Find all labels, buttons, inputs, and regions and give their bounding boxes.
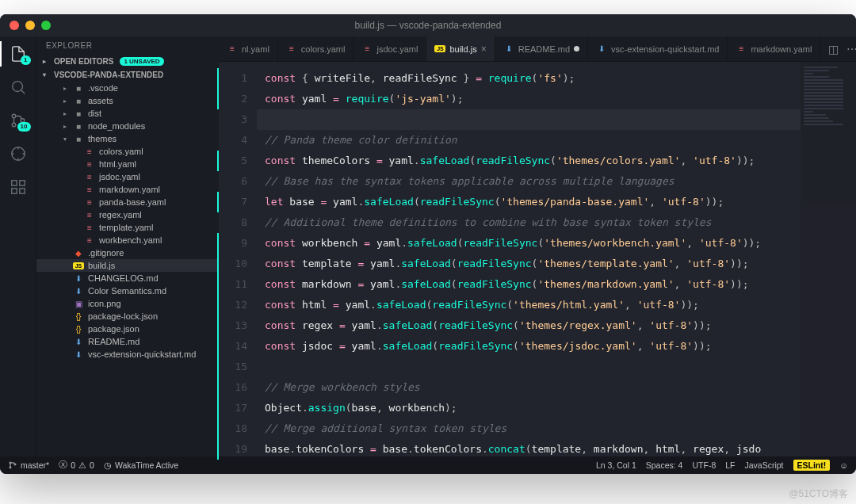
tree-item[interactable]: ≡html.yaml: [36, 158, 219, 170]
titlebar: build.js — vscode-panda-extended: [0, 14, 856, 36]
git-branch[interactable]: master*: [8, 460, 49, 470]
yaml-icon: ≡: [736, 44, 747, 53]
json-icon: {}: [73, 325, 84, 334]
code-line[interactable]: base.tokenColors = base.tokenColors.conc…: [257, 439, 801, 456]
project-header[interactable]: ▾ VSCODE-PANDA-EXTENDED: [36, 68, 219, 82]
tree-item[interactable]: ▾■themes: [36, 132, 219, 145]
js-icon: JS: [434, 45, 445, 52]
tree-item[interactable]: ≡regex.yaml: [36, 208, 219, 221]
yaml-icon: ≡: [84, 211, 95, 220]
scm-icon[interactable]: 10: [9, 111, 28, 130]
code-line[interactable]: let base = yaml.safeLoad(readFileSync('t…: [257, 192, 801, 212]
editor: ≡nl.yaml≡colors.yaml≡jsdoc.yamlJSbuild.j…: [219, 36, 856, 456]
yaml-icon: ≡: [227, 44, 238, 53]
extensions-icon[interactable]: [9, 178, 28, 197]
code-line[interactable]: // Additional theme definitions to combi…: [257, 212, 801, 233]
tree-item[interactable]: {}package-lock.json: [36, 310, 219, 323]
project-label: VSCODE-PANDA-EXTENDED: [54, 71, 163, 79]
minimize-window-button[interactable]: [25, 21, 35, 30]
tree-item[interactable]: ▸■dist: [36, 107, 219, 120]
tree-item[interactable]: ⬇Color Semantics.md: [36, 284, 219, 297]
close-icon[interactable]: ×: [481, 44, 487, 55]
folder-icon: ■: [73, 97, 84, 105]
tree-item[interactable]: ≡markdown.yaml: [36, 183, 219, 196]
git-icon: ◆: [73, 249, 84, 258]
svg-point-10: [10, 467, 11, 468]
tree-item[interactable]: ⬇README.md: [36, 335, 219, 348]
tree-item[interactable]: ≡workbench.yaml: [36, 234, 219, 246]
tree-item[interactable]: ≡jsdoc.yaml: [36, 170, 219, 183]
language-mode[interactable]: JavaScript: [744, 460, 783, 470]
wakatime[interactable]: ◷ WakaTime Active: [104, 460, 178, 470]
code-line[interactable]: const regex = yaml.safeLoad(readFileSync…: [257, 315, 801, 336]
code-line[interactable]: [257, 357, 801, 377]
tab[interactable]: ≡jsdoc.yaml: [353, 36, 426, 61]
svg-rect-8: [19, 189, 24, 193]
tree-item-label: package-lock.json: [88, 311, 158, 321]
code-line[interactable]: const yaml = require('js-yaml');: [257, 89, 801, 109]
tree-item[interactable]: ▣icon.png: [36, 297, 219, 310]
tree-item[interactable]: ⬇CHANGELOG.md: [36, 272, 219, 284]
code-line[interactable]: const markdown = yaml.safeLoad(readFileS…: [257, 274, 801, 295]
code-line[interactable]: // Merge workbench styles: [257, 377, 801, 398]
split-icon[interactable]: ◫: [828, 43, 839, 55]
code-line[interactable]: const template = yaml.safeLoad(readFileS…: [257, 254, 801, 274]
chevron-icon: ▸: [61, 110, 69, 117]
minimap[interactable]: [801, 62, 856, 456]
problems[interactable]: ⓧ0 ⚠0: [59, 460, 94, 471]
indent[interactable]: Spaces: 4: [646, 460, 683, 470]
tab[interactable]: ≡colors.yaml: [278, 36, 354, 61]
tab[interactable]: ⬇README.md: [495, 36, 588, 61]
tree-item[interactable]: ▸■assets: [36, 94, 219, 107]
code-area[interactable]: 12345678910111213141516171819 const { wr…: [219, 62, 856, 456]
more-icon[interactable]: ⋯: [846, 43, 856, 55]
tree-item-label: themes: [88, 134, 117, 143]
tree-item-label: CHANGELOG.md: [88, 273, 159, 283]
tree-item[interactable]: ≡panda-base.yaml: [36, 196, 219, 208]
tree-item[interactable]: ≡colors.yaml: [36, 145, 219, 158]
md-icon: ⬇: [596, 44, 607, 53]
eol[interactable]: LF: [725, 460, 735, 470]
md-icon: ⬇: [73, 338, 84, 346]
tree-item[interactable]: ⬇vsc-extension-quickstart.md: [36, 348, 219, 361]
traffic-lights: [10, 21, 51, 30]
tab[interactable]: JSbuild.js×: [426, 36, 495, 61]
tab[interactable]: ⬇vsc-extension-quickstart.md: [588, 36, 728, 61]
js-icon: JS: [73, 262, 84, 269]
search-icon[interactable]: [9, 78, 28, 97]
tree-item[interactable]: JSbuild.js: [36, 259, 219, 272]
code-line[interactable]: [257, 109, 801, 130]
debug-icon[interactable]: [9, 144, 28, 163]
tab[interactable]: ≡markdown.yaml: [728, 36, 820, 61]
explorer-icon[interactable]: 1: [9, 44, 28, 63]
tree-item[interactable]: {}package.json: [36, 323, 219, 335]
tree-item-label: vsc-extension-quickstart.md: [88, 349, 196, 359]
eslint-status[interactable]: ESLint!: [793, 460, 831, 471]
code-line[interactable]: const { writeFile, readFileSync } = requ…: [257, 68, 801, 89]
encoding[interactable]: UTF-8: [692, 460, 716, 470]
tree-item[interactable]: ▸■node_modules: [36, 120, 219, 132]
code-line[interactable]: const workbench = yaml.safeLoad(readFile…: [257, 233, 801, 254]
tree-item[interactable]: ◆.gitignore: [36, 246, 219, 259]
code-line[interactable]: // Merge additional syntax token styles: [257, 418, 801, 439]
code-line[interactable]: // Base has the syntax tokens applicable…: [257, 171, 801, 192]
code-line[interactable]: const html = yaml.safeLoad(readFileSync(…: [257, 295, 801, 315]
open-editors-header[interactable]: ▸ OPEN EDITORS 1 UNSAVED: [36, 55, 219, 68]
md-icon: ⬇: [73, 287, 84, 296]
warning-icon: ⚠: [78, 460, 86, 470]
statusbar: master* ⓧ0 ⚠0 ◷ WakaTime Active Ln 3, Co…: [0, 456, 856, 474]
md-icon: ⬇: [73, 350, 84, 359]
close-window-button[interactable]: [10, 21, 19, 30]
tab[interactable]: ≡nl.yaml: [219, 36, 278, 61]
code-line[interactable]: // Panda theme color definition: [257, 130, 801, 151]
tree-item[interactable]: ▸■.vscode: [36, 82, 219, 94]
tree-item-label: dist: [88, 109, 101, 118]
cursor-position[interactable]: Ln 3, Col 1: [596, 460, 636, 470]
code-line[interactable]: const themeColors = yaml.safeLoad(readFi…: [257, 151, 801, 171]
feedback-icon[interactable]: ☺: [839, 460, 848, 470]
tree-item[interactable]: ≡template.yaml: [36, 221, 219, 234]
code-line[interactable]: Object.assign(base, workbench);: [257, 398, 801, 418]
code-line[interactable]: const jsdoc = yaml.safeLoad(readFileSync…: [257, 336, 801, 357]
maximize-window-button[interactable]: [41, 21, 51, 30]
code-content[interactable]: const { writeFile, readFileSync } = requ…: [257, 62, 801, 456]
